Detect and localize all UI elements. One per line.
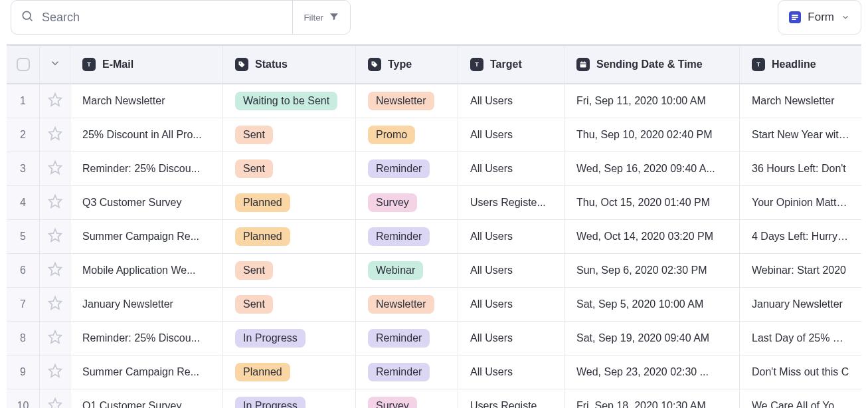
cell-type[interactable]: Reminder: [356, 152, 458, 185]
cell-date[interactable]: Wed, Oct 14, 2020 03:20 PM: [564, 220, 740, 253]
search-input[interactable]: [41, 10, 283, 25]
view-switcher-button[interactable]: Form: [778, 0, 861, 35]
type-badge: Reminder: [368, 363, 430, 381]
cell-headline[interactable]: 36 Hours Left: Don't: [740, 152, 861, 185]
star-cell[interactable]: [40, 84, 70, 118]
table-row[interactable]: 3Reminder: 25% Discou...SentReminderAll …: [7, 152, 861, 186]
star-cell[interactable]: [40, 288, 70, 321]
type-badge: Newsletter: [368, 92, 434, 110]
cell-email[interactable]: Q3 Customer Survey: [70, 186, 223, 219]
text-type-icon: T: [470, 58, 483, 71]
table-row[interactable]: 8Reminder: 25% Discou...In ProgressRemin…: [7, 322, 861, 356]
cell-type[interactable]: Reminder: [356, 356, 458, 389]
cell-status[interactable]: Planned: [223, 186, 356, 219]
cell-headline[interactable]: We Care All of Your T: [740, 389, 861, 408]
star-cell[interactable]: [40, 152, 70, 185]
cell-date[interactable]: Wed, Sep 16, 2020 09:40 A...: [564, 152, 740, 185]
col-header-label: Sending Date & Time: [596, 58, 703, 70]
cell-headline[interactable]: 4 Days Left: Hurry up: [740, 220, 861, 253]
cell-email[interactable]: Q1 Customer Survey: [70, 389, 223, 408]
cell-type[interactable]: Reminder: [356, 220, 458, 253]
col-header-target[interactable]: T Target: [458, 46, 564, 83]
cell-email[interactable]: Reminder: 25% Discou...: [70, 322, 223, 355]
cell-status[interactable]: Planned: [223, 356, 356, 389]
cell-type[interactable]: Newsletter: [356, 288, 458, 321]
star-cell[interactable]: [40, 220, 70, 253]
cell-headline[interactable]: Start New Year with 2: [740, 118, 861, 152]
star-cell[interactable]: [40, 186, 70, 219]
cell-headline[interactable]: Your Opinion Matters: [740, 186, 861, 219]
filter-button[interactable]: Filter: [293, 1, 350, 34]
table-row[interactable]: 1March NewsletterWaiting to be SentNewsl…: [7, 84, 861, 118]
cell-email[interactable]: Summer Campaign Re...: [70, 356, 223, 389]
table-row[interactable]: 9Summer Campaign Re...PlannedReminderAll…: [7, 356, 861, 389]
cell-headline[interactable]: January Newsletter: [740, 288, 861, 321]
svg-rect-13: [584, 61, 585, 63]
cell-headline[interactable]: Webinar: Start 2020: [740, 254, 861, 287]
cell-target[interactable]: All Users: [458, 84, 564, 118]
cell-type[interactable]: Reminder: [356, 322, 458, 355]
col-header-type[interactable]: Type: [356, 46, 458, 83]
cell-date[interactable]: Thu, Oct 15, 2020 01:40 PM: [564, 186, 740, 219]
cell-target[interactable]: All Users: [458, 118, 564, 152]
cell-target[interactable]: Users Registe...: [458, 186, 564, 219]
table-row[interactable]: 7January NewsletterSentNewsletterAll Use…: [7, 288, 861, 322]
cell-type[interactable]: Newsletter: [356, 84, 458, 118]
cell-status[interactable]: Sent: [223, 118, 356, 152]
table-row[interactable]: 6Mobile Application We...SentWebinarAll …: [7, 254, 861, 288]
cell-status[interactable]: In Progress: [223, 322, 356, 355]
star-cell[interactable]: [40, 118, 70, 152]
col-header-email[interactable]: T E-Mail: [70, 46, 223, 83]
cell-target[interactable]: All Users: [458, 322, 564, 355]
svg-marker-19: [48, 229, 60, 241]
cell-status[interactable]: Waiting to be Sent: [223, 84, 356, 118]
cell-headline[interactable]: March Newsletter: [740, 84, 861, 118]
cell-type[interactable]: Webinar: [356, 254, 458, 287]
cell-email[interactable]: 25% Discount in All Pro...: [70, 118, 223, 152]
cell-date[interactable]: Wed, Sep 23, 2020 02:30 ...: [564, 356, 740, 389]
cell-email[interactable]: Summer Campaign Re...: [70, 220, 223, 253]
cell-target[interactable]: All Users: [458, 152, 564, 185]
star-cell[interactable]: [40, 322, 70, 355]
cell-type[interactable]: Survey: [356, 389, 458, 408]
star-cell[interactable]: [40, 356, 70, 389]
select-all-cell[interactable]: [7, 46, 40, 83]
cell-date[interactable]: Sat, Sep 19, 2020 09:40 AM: [564, 322, 740, 355]
cell-email[interactable]: March Newsletter: [70, 84, 223, 118]
cell-email[interactable]: Reminder: 25% Discou...: [70, 152, 223, 185]
cell-email[interactable]: January Newsletter: [70, 288, 223, 321]
cell-type[interactable]: Survey: [356, 186, 458, 219]
cell-date[interactable]: Fri, Sep 11, 2020 10:00 AM: [564, 84, 740, 118]
cell-type[interactable]: Promo: [356, 118, 458, 152]
table-row[interactable]: 5Summer Campaign Re...PlannedReminderAll…: [7, 220, 861, 254]
cell-status[interactable]: In Progress: [223, 389, 356, 408]
star-cell[interactable]: [40, 254, 70, 287]
cell-headline[interactable]: Last Day of 25% Disc: [740, 322, 861, 355]
cell-status[interactable]: Planned: [223, 220, 356, 253]
row-number: 4: [7, 186, 40, 219]
cell-target[interactable]: All Users: [458, 220, 564, 253]
cell-target[interactable]: Users Registe...: [458, 389, 564, 408]
table-row[interactable]: 225% Discount in All Pro...SentPromoAll …: [7, 118, 861, 152]
table-row[interactable]: 10Q1 Customer SurveyIn ProgressSurveyUse…: [7, 389, 861, 408]
cell-date[interactable]: Sun, Sep 6, 2020 02:30 PM: [564, 254, 740, 287]
select-all-checkbox[interactable]: [17, 58, 30, 71]
cell-date[interactable]: Thu, Sep 10, 2020 02:40 PM: [564, 118, 740, 152]
cell-headline[interactable]: Don't Miss out this C: [740, 356, 861, 389]
star-cell[interactable]: [40, 389, 70, 408]
cell-status[interactable]: Sent: [223, 152, 356, 185]
cell-status[interactable]: Sent: [223, 288, 356, 321]
cell-status[interactable]: Sent: [223, 254, 356, 287]
cell-date[interactable]: Sat, Sep 5, 2020 10:00 AM: [564, 288, 740, 321]
cell-email[interactable]: Mobile Application We...: [70, 254, 223, 287]
cell-target[interactable]: All Users: [458, 288, 564, 321]
cell-target[interactable]: All Users: [458, 254, 564, 287]
cell-target[interactable]: All Users: [458, 356, 564, 389]
col-header-status[interactable]: Status: [223, 46, 356, 83]
cell-date[interactable]: Fri, Sep 18, 2020 10:30 AM: [564, 389, 740, 408]
col-header-headline[interactable]: T Headline: [740, 46, 861, 83]
select-menu-cell[interactable]: [40, 46, 70, 83]
table-row[interactable]: 4Q3 Customer SurveyPlannedSurveyUsers Re…: [7, 186, 861, 220]
col-header-date[interactable]: Sending Date & Time: [564, 46, 740, 83]
search-box[interactable]: [11, 1, 292, 34]
